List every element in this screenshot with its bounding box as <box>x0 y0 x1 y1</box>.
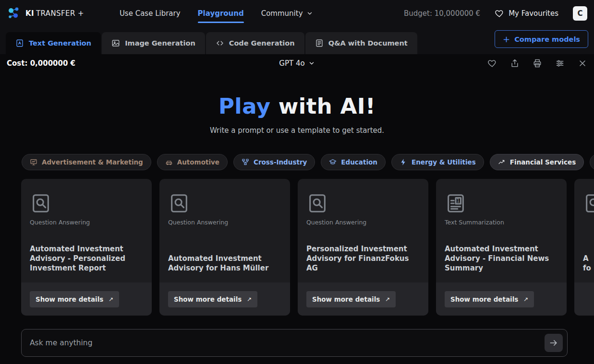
card-title: A fo <box>583 254 594 273</box>
card-title: Personalized Investment Advisory for Fin… <box>306 244 420 273</box>
use-case-card: Question Answering Personalized Investme… <box>298 179 428 316</box>
chip-advertisement-marketing[interactable]: Advertisement & Marketing <box>22 154 151 170</box>
model-selector[interactable]: GPT 4o <box>279 59 315 68</box>
chip-cross-industry[interactable]: Cross-Industry <box>233 154 315 170</box>
code-generation-icon <box>216 39 224 47</box>
session-toolbar: Cost: 0,000000 € GPT 4o <box>0 54 594 72</box>
card-title: Automated Investment Advisory - Financia… <box>445 244 558 273</box>
tab-label: Q&A with Document <box>328 39 408 47</box>
card-body: Question Answering Automated Investment … <box>21 179 152 282</box>
arrow-up-right-icon: ↗ <box>247 296 252 303</box>
hero-section: Play with AI! Write a prompt or use a te… <box>0 94 594 135</box>
qa-document-icon <box>315 39 324 47</box>
chip-financial-services[interactable]: Financial Services <box>490 154 584 170</box>
top-navigation-bar: KITRANSFER + Use Case Library Playground… <box>0 0 594 27</box>
arrow-up-right-icon: ↗ <box>523 296 528 303</box>
page-title: Play with AI! <box>0 94 594 119</box>
advertisement-icon <box>30 158 37 166</box>
card-title: Automated Investment Advisory - Personal… <box>30 244 143 273</box>
playground-content: Cost: 0,000000 € GPT 4o Play with AI! Wr… <box>0 54 594 364</box>
chip-label: Energy & Utilities <box>412 158 476 166</box>
card-category: Text Summarization <box>445 219 558 226</box>
card-category: Question Answering <box>168 219 281 226</box>
text-summarization-icon: 1 <box>445 192 467 214</box>
chip-label: Cross-Industry <box>254 158 307 166</box>
user-avatar[interactable]: C <box>573 6 587 21</box>
brand-rest: TRANSFER + <box>36 9 84 18</box>
favourite-heart-icon[interactable] <box>487 59 497 68</box>
budget-display: Budget: 10,000000 € <box>404 9 480 18</box>
tab-text-generation[interactable]: Text Generation <box>6 32 101 54</box>
card-body: Question Answering Personalized Investme… <box>298 179 428 282</box>
settings-sliders-icon[interactable] <box>555 59 565 68</box>
trending-chart-icon <box>498 158 506 166</box>
chip-energy-utilities[interactable]: Energy & Utilities <box>391 154 484 170</box>
details-label: Show more details <box>312 295 380 303</box>
nav-community[interactable]: Community <box>261 0 313 27</box>
my-favourites-button[interactable]: My Favourites <box>495 9 558 18</box>
brand-name: KITRANSFER + <box>25 9 84 18</box>
send-button[interactable] <box>545 334 563 352</box>
tab-label: Code Generation <box>229 39 295 47</box>
my-favourites-label: My Favourites <box>509 9 558 18</box>
tab-image-generation[interactable]: Image Generation <box>102 32 205 54</box>
card-title: Automated Investment Advisory for Hans M… <box>168 254 281 273</box>
chevron-down-icon <box>308 60 315 67</box>
prompt-input[interactable] <box>21 329 568 357</box>
app-logo[interactable]: KITRANSFER + <box>7 6 84 21</box>
question-answering-icon <box>583 192 594 214</box>
chevron-down-icon <box>306 10 313 17</box>
use-case-card-row: Question Answering Automated Investment … <box>21 179 594 316</box>
share-icon[interactable] <box>510 59 520 68</box>
card-body: Question Answering Automated Investment … <box>159 179 290 282</box>
details-label: Show more details <box>174 295 242 303</box>
card-body: A fo <box>574 179 594 282</box>
arrow-up-right-icon: ↗ <box>385 296 390 303</box>
details-label: Show more details <box>450 295 518 303</box>
page-title-rest: with AI! <box>271 94 376 119</box>
compare-models-label: Compare models <box>514 35 580 43</box>
card-footer <box>574 282 594 316</box>
card-category: Question Answering <box>30 219 143 226</box>
compare-models-button[interactable]: + Compare models <box>495 30 588 48</box>
use-case-card: Question Answering Automated Investment … <box>21 179 152 316</box>
question-answering-icon <box>306 192 328 214</box>
cost-display: Cost: 0,000000 € <box>7 59 279 68</box>
tab-label: Image Generation <box>125 39 195 47</box>
chip-label: Education <box>341 158 377 166</box>
nav-use-case-library[interactable]: Use Case Library <box>120 0 181 27</box>
graduation-cap-icon <box>329 158 337 166</box>
show-more-details-button[interactable]: Show more details ↗ <box>168 291 257 307</box>
heart-icon <box>495 9 504 18</box>
tab-qa-with-document[interactable]: Q&A with Document <box>305 32 417 54</box>
arrow-up-right-icon: ↗ <box>109 296 113 303</box>
chip-automotive[interactable]: Automotive <box>157 154 228 170</box>
model-name: GPT 4o <box>279 59 304 68</box>
car-icon <box>165 158 173 166</box>
show-more-details-button[interactable]: Show more details ↗ <box>306 291 396 307</box>
question-answering-icon <box>168 192 190 214</box>
card-footer: Show more details ↗ <box>298 282 428 316</box>
chip-label: Automotive <box>177 158 219 166</box>
show-more-details-button[interactable]: Show more details ↗ <box>30 291 119 307</box>
card-footer: Show more details ↗ <box>159 282 290 316</box>
plus-icon: + <box>503 35 510 44</box>
use-case-card-partial: A fo <box>574 179 594 316</box>
toolbar-icon-group <box>315 59 587 68</box>
show-more-details-button[interactable]: Show more details ↗ <box>445 291 534 307</box>
arrow-right-icon <box>549 338 558 348</box>
chip-healthcare-life-science[interactable]: Healthcare & Life Science <box>590 154 594 170</box>
lightning-icon <box>400 158 407 166</box>
close-icon[interactable] <box>578 59 587 68</box>
card-footer: Show more details ↗ <box>436 282 567 316</box>
hierarchy-icon <box>242 158 249 166</box>
tab-code-generation[interactable]: Code Generation <box>206 32 304 54</box>
chip-education[interactable]: Education <box>321 154 386 170</box>
chip-label: Advertisement & Marketing <box>42 158 143 166</box>
image-generation-icon <box>111 39 120 47</box>
nav-playground[interactable]: Playground <box>198 0 244 27</box>
brand-bold: KI <box>25 9 34 18</box>
chip-label: Financial Services <box>510 158 576 166</box>
print-icon[interactable] <box>533 59 542 68</box>
nav-community-label: Community <box>261 9 303 18</box>
